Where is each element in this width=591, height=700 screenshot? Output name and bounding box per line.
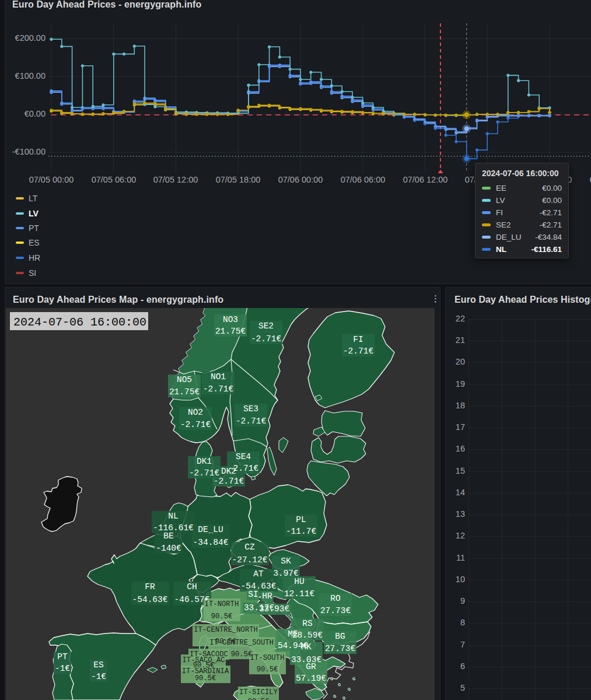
svg-text:IT-CENTRE_NORTH: IT-CENTRE_NORTH: [194, 626, 258, 634]
svg-text:21.75€: 21.75€: [169, 387, 200, 397]
svg-text:GR: GR: [306, 662, 316, 671]
svg-text:90.5€: 90.5€: [211, 612, 233, 621]
svg-text:-1€: -1€: [55, 664, 70, 673]
svg-text:12.11€: 12.11€: [284, 589, 314, 598]
svg-text:NO3: NO3: [223, 315, 238, 324]
svg-text:SE4: SE4: [236, 452, 251, 461]
svg-text:-140€: -140€: [156, 544, 181, 553]
svg-text:CH: CH: [187, 582, 197, 592]
svg-text:DK2: DK2: [221, 467, 236, 476]
svg-text:2024-07-06 16:00:00: 2024-07-06 16:00:00: [13, 316, 146, 329]
svg-text:RS: RS: [302, 619, 312, 628]
svg-text:DK1: DK1: [197, 457, 212, 466]
svg-text:DE_LU: DE_LU: [198, 525, 223, 534]
svg-text:FI: FI: [353, 335, 363, 344]
svg-text:PT: PT: [57, 652, 68, 662]
svg-text:-2.71€: -2.71€: [180, 420, 211, 429]
svg-text:-2.71€: -2.71€: [251, 334, 281, 344]
svg-text:90.5€: 90.5€: [231, 650, 253, 659]
svg-text:-2.71€: -2.71€: [203, 384, 233, 394]
svg-text:90.5€: 90.5€: [248, 698, 270, 700]
svg-text:SE3: SE3: [243, 404, 258, 414]
svg-text:SI: SI: [248, 590, 258, 599]
svg-text:-34.84€: -34.84€: [193, 538, 229, 547]
svg-text:-54.63€: -54.63€: [241, 582, 277, 591]
svg-text:FR: FR: [145, 582, 155, 592]
svg-text:NO1: NO1: [211, 372, 226, 382]
svg-text:SK: SK: [281, 556, 291, 566]
svg-text:BE: BE: [163, 531, 173, 541]
svg-text:IT-CENTRE_SOUTH: IT-CENTRE_SOUTH: [209, 639, 274, 647]
svg-text:IT-NORTH: IT-NORTH: [205, 600, 239, 608]
svg-text:-2.71€: -2.71€: [343, 346, 373, 356]
svg-text:-1€: -1€: [91, 672, 106, 681]
svg-text:21.75€: 21.75€: [215, 327, 246, 336]
svg-text:NL: NL: [168, 512, 178, 521]
svg-text:ES: ES: [93, 660, 103, 670]
svg-text:90.5€: 90.5€: [257, 666, 278, 674]
svg-text:-54.63€: -54.63€: [132, 595, 168, 604]
svg-text:BG: BG: [335, 632, 345, 641]
svg-text:NO2: NO2: [188, 408, 203, 417]
svg-text:AT: AT: [253, 569, 264, 579]
svg-text:SE2: SE2: [258, 321, 274, 331]
svg-text:NO5: NO5: [177, 375, 192, 384]
svg-text:HR: HR: [262, 592, 272, 601]
svg-text:IT-SICILY: IT-SICILY: [239, 688, 278, 696]
svg-text:MK: MK: [301, 642, 312, 652]
svg-text:IT-SOUTH: IT-SOUTH: [250, 654, 285, 662]
svg-text:CZ: CZ: [244, 542, 255, 552]
svg-text:PL: PL: [296, 515, 306, 524]
svg-text:-2.71€: -2.71€: [214, 477, 244, 486]
svg-text:90.5€: 90.5€: [195, 674, 216, 682]
svg-text:-27.12€: -27.12€: [232, 555, 268, 565]
svg-text:-11.7€: -11.7€: [286, 527, 316, 536]
svg-text:ME: ME: [288, 629, 298, 639]
svg-text:HU: HU: [294, 577, 304, 586]
svg-text:27.73€: 27.73€: [320, 606, 351, 615]
svg-text:27.73€: 27.73€: [325, 644, 355, 653]
svg-text:33.93€: 33.93€: [259, 604, 289, 614]
svg-text:57.19€: 57.19€: [296, 674, 326, 683]
svg-text:RO: RO: [330, 594, 340, 603]
svg-text:-2.71€: -2.71€: [236, 416, 266, 426]
